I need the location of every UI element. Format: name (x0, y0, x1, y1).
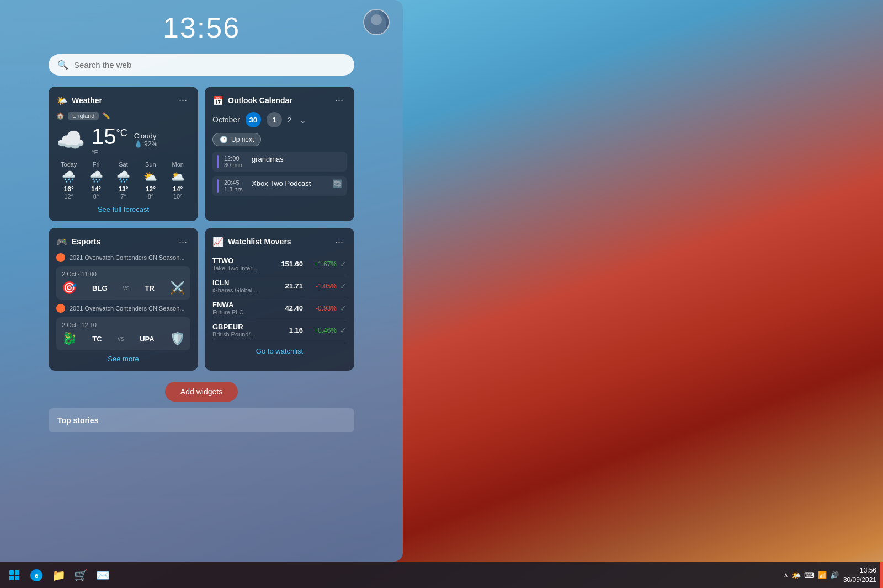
folder-icon: 📁 (52, 569, 66, 582)
forecast-low-2: 7° (111, 193, 136, 200)
forecast-day-0: Today (56, 161, 81, 168)
calendar-day-1[interactable]: 1 (267, 112, 282, 127)
weather-temperature: 15°C (92, 124, 127, 148)
team2-name-0: TR (145, 284, 155, 292)
location-edit-icon[interactable]: ✏️ (102, 112, 110, 120)
see-full-forecast-link[interactable]: See full forecast (56, 205, 190, 213)
weather-header: 🌤️ Weather ··· (56, 94, 190, 106)
clock-icon: 🕐 (220, 136, 228, 143)
weather-icon: 🌤️ (56, 95, 67, 106)
calendar-title-row: 📅 Outlook Calendar (212, 95, 292, 106)
stock-row-2[interactable]: FNWA Future PLC 42.40 -0.93% ✓ (212, 297, 347, 319)
forecast-sun: Sun ⛅ 12° 8° (138, 161, 163, 200)
widget-panel: 13:56 🔍 🌤️ Weather ··· 🏠 England (0, 0, 403, 562)
stock-check-3: ✓ (340, 326, 347, 335)
event-name-0: grandmas (252, 155, 284, 168)
weather-location: 🏠 England ✏️ (56, 112, 190, 120)
forecast-high-3: 12° (138, 185, 163, 193)
event-bar-0 (217, 155, 219, 168)
stock-row-0[interactable]: TTWO Take-Two Inter... 151.60 +1.67% ✓ (212, 253, 347, 275)
forecast-sat: Sat 🌧️ 13° 7° (111, 161, 136, 200)
stock-ticker-0: TTWO Take-Two Inter... (212, 256, 257, 271)
watchlist-title-row: 📈 Watchlist Movers (212, 237, 291, 247)
weather-title-row: 🌤️ Weather (56, 95, 102, 106)
esports-more-button[interactable]: ··· (175, 236, 190, 248)
watchlist-more-button[interactable]: ··· (332, 236, 347, 248)
calendar-more-button[interactable]: ··· (332, 94, 347, 106)
forecast-day-3: Sun (138, 161, 163, 168)
start-button[interactable] (4, 565, 24, 585)
edge-icon: e (30, 569, 42, 581)
forecast-row: Today 🌧️ 16° 12° Fri 🌧️ 14° 8° Sat 🌧️ 13… (56, 161, 190, 200)
team2-logo-1: 🛡️ (170, 332, 185, 346)
store-button[interactable]: 🛒 (71, 565, 91, 585)
system-tray-icons: ∧ 🌤️ ⌨ 📶 🔊 (784, 571, 839, 580)
stock-ticker-2: FNWA Future PLC (212, 301, 246, 316)
add-widgets-row: Add widgets (0, 375, 403, 408)
temp-fahrenheit-label: °F (92, 149, 127, 156)
stock-price-1: 21.71 (275, 282, 303, 290)
up-next-text: Up next (231, 136, 254, 143)
event-time-1: 20:45 1.3 hrs (224, 179, 246, 193)
file-explorer-button[interactable]: 📁 (49, 565, 68, 585)
go-watchlist-link[interactable]: Go to watchlist (212, 347, 347, 355)
calendar-expand-icon[interactable]: ⌄ (299, 115, 306, 125)
stock-price-2: 42.40 (275, 304, 303, 312)
forecast-low-1: 8° (83, 193, 108, 200)
forecast-icon-4: 🌥️ (166, 170, 190, 183)
keyboard-icon: ⌨ (804, 571, 815, 579)
event-time-0: 12:00 30 min (224, 155, 246, 168)
team1-name-1: TC (92, 335, 102, 343)
taskbar-corner (880, 562, 883, 588)
event-bar-1 (217, 179, 219, 193)
calendar-event-1[interactable]: 20:45 1.3 hrs Xbox Two Podcast 🔄 (212, 176, 347, 196)
widgets-grid: 🌤️ Weather ··· 🏠 England ✏️ ☁️ 15°C °F (0, 82, 403, 375)
calendar-day-30[interactable]: 30 (246, 112, 261, 127)
forecast-icon-2: 🌧️ (111, 170, 136, 183)
edge-taskbar-button[interactable]: e (26, 565, 46, 585)
weather-conditions: Cloudy 💧 92% (134, 132, 157, 148)
forecast-fri: Fri 🌧️ 14° 8° (83, 161, 108, 200)
match-teams-1: 🐉 TC vs UPA 🛡️ (62, 332, 185, 346)
esports-match-0[interactable]: 2 Oct · 11:00 🎯 BLG vs TR ⚔️ (56, 266, 190, 300)
watchlist-widget: 📈 Watchlist Movers ··· TTWO Take-Two Int… (205, 228, 354, 371)
calendar-icon: 📅 (212, 95, 224, 106)
volume-icon: 🔊 (830, 571, 839, 579)
see-more-link[interactable]: See more (56, 355, 190, 363)
mail-button[interactable]: ✉️ (93, 565, 113, 585)
forecast-icon-0: 🌧️ (56, 170, 81, 183)
stock-ticker-3: GBPEUR British Pound/... (212, 323, 256, 338)
event-name-1: Xbox Two Podcast (252, 179, 311, 193)
calendar-widget: 📅 Outlook Calendar ··· October 30 1 2 ⌄ … (205, 87, 354, 221)
search-bar[interactable]: 🔍 (49, 54, 354, 76)
calendar-event-0[interactable]: 12:00 30 min grandmas (212, 152, 347, 172)
vs-0: vs (123, 284, 130, 292)
add-widgets-button[interactable]: Add widgets (165, 382, 238, 402)
forecast-high-1: 14° (83, 185, 108, 193)
stock-row-1[interactable]: ICLN iShares Global ... 21.71 -1.05% ✓ (212, 275, 347, 297)
team1-logo-1: 🐉 (62, 332, 77, 346)
forecast-low-0: 12° (56, 193, 81, 200)
forecast-high-4: 14° (166, 185, 190, 193)
forecast-icon-1: 🌧️ (83, 170, 108, 183)
weather-more-button[interactable]: ··· (175, 94, 190, 106)
chevron-up-icon[interactable]: ∧ (784, 571, 788, 579)
taskbar-time-display: 13:56 (843, 566, 876, 575)
calendar-header: 📅 Outlook Calendar ··· (212, 94, 347, 106)
stock-change-3: +0.46% (306, 327, 337, 334)
user-avatar[interactable] (363, 9, 390, 35)
stock-price-0: 151.60 (275, 260, 303, 268)
store-icon: 🛒 (74, 569, 88, 582)
search-input[interactable] (74, 60, 345, 70)
event-sync-icon: 🔄 (333, 179, 342, 193)
forecast-mon: Mon 🌥️ 14° 10° (166, 161, 190, 200)
taskbar-clock[interactable]: 13:56 30/09/2021 (843, 566, 876, 585)
top-stories-bar[interactable]: Top stories (49, 408, 354, 432)
watchlist-title: Watchlist Movers (228, 237, 291, 246)
top-stories-label: Top stories (57, 416, 98, 425)
calendar-day-2[interactable]: 2 (288, 116, 291, 124)
stock-row-3[interactable]: GBPEUR British Pound/... 1.16 +0.46% ✓ (212, 319, 347, 341)
esports-match-1[interactable]: 2 Oct · 12:10 🐉 TC vs UPA 🛡️ (56, 317, 190, 350)
mail-icon: ✉️ (96, 569, 110, 582)
forecast-low-3: 8° (138, 193, 163, 200)
